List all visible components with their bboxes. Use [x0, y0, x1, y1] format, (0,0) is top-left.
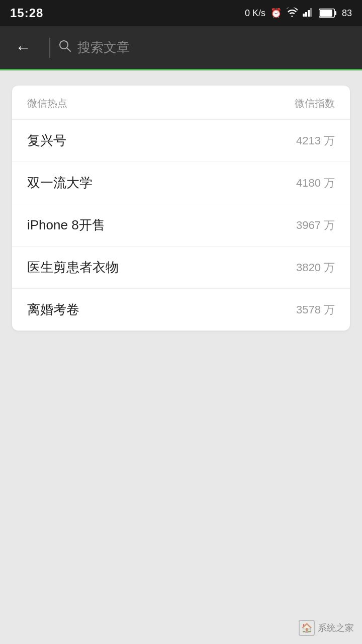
status-time: 15:28 [10, 6, 43, 20]
trending-card: 微信热点 微信指数 复兴号4213 万双一流大学4180 万iPhone 8开售… [12, 86, 350, 331]
status-bar: 15:28 0 K/s ⏰ 83 [0, 0, 362, 26]
trending-topic: 复兴号 [27, 132, 66, 149]
divider [49, 38, 50, 58]
trending-count: 3967 万 [296, 218, 335, 233]
status-icons: 0 K/s ⏰ 83 [245, 8, 352, 19]
network-speed: 0 K/s [245, 8, 265, 19]
trending-topic: 离婚考卷 [27, 301, 79, 318]
search-icon [58, 39, 71, 56]
watermark-icon: 🏠 [299, 620, 315, 636]
trending-row[interactable]: iPhone 8开售3967 万 [12, 204, 350, 246]
trending-topic: iPhone 8开售 [27, 216, 105, 234]
back-button[interactable]: ← [10, 33, 36, 62]
trending-topic: 医生剪患者衣物 [27, 259, 119, 276]
trending-header-right: 微信指数 [295, 97, 335, 110]
signal-icon [303, 8, 314, 19]
main-content: 微信热点 微信指数 复兴号4213 万双一流大学4180 万iPhone 8开售… [0, 70, 362, 346]
svg-line-8 [67, 48, 70, 51]
svg-rect-0 [303, 14, 305, 17]
trending-count: 3578 万 [296, 302, 335, 317]
battery-percent: 83 [342, 8, 352, 19]
clock-icon: ⏰ [270, 8, 282, 19]
trending-header-left: 微信热点 [27, 97, 67, 110]
trending-header: 微信热点 微信指数 [12, 86, 350, 119]
trending-row[interactable]: 双一流大学4180 万 [12, 162, 350, 204]
svg-rect-1 [305, 12, 307, 17]
trending-row[interactable]: 复兴号4213 万 [12, 119, 350, 162]
trending-count: 3820 万 [296, 260, 335, 275]
trending-list: 复兴号4213 万双一流大学4180 万iPhone 8开售3967 万医生剪患… [12, 119, 350, 331]
trending-count: 4213 万 [296, 133, 335, 148]
svg-rect-6 [335, 11, 336, 15]
trending-topic: 双一流大学 [27, 174, 93, 192]
search-bar: ← [0, 26, 362, 70]
trending-count: 4180 万 [296, 176, 335, 191]
trending-row[interactable]: 医生剪患者衣物3820 万 [12, 246, 350, 288]
watermark-text: 系统之家 [318, 622, 354, 634]
svg-rect-5 [320, 10, 332, 17]
watermark: 🏠 系统之家 [299, 620, 354, 636]
wifi-icon [287, 8, 298, 19]
trending-row[interactable]: 离婚考卷3578 万 [12, 288, 350, 331]
battery-icon [319, 9, 337, 18]
search-input[interactable] [77, 40, 352, 55]
svg-rect-3 [310, 8, 312, 17]
svg-rect-2 [308, 10, 310, 17]
